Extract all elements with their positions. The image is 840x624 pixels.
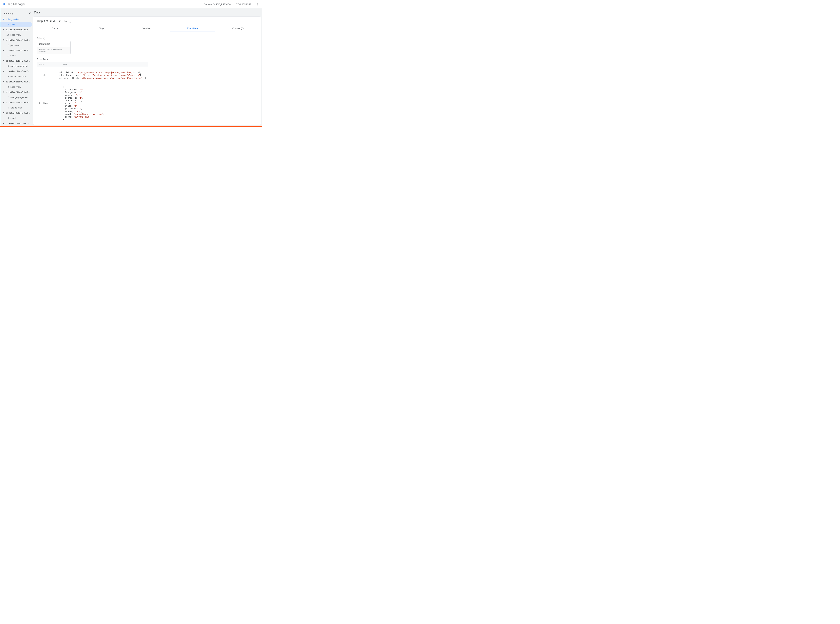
- caret-down-icon: [3, 122, 5, 125]
- product-name: Tag Manager: [8, 3, 25, 6]
- sidebar-item[interactable]: 11scroll: [0, 53, 32, 58]
- caret-down-icon: [3, 18, 5, 20]
- output-card: Output of GTM-PF2RC57 ? Request Tags Var…: [33, 17, 261, 125]
- caret-down-icon: [3, 80, 5, 83]
- svg-marker-12: [3, 81, 5, 82]
- sidebar-group[interactable]: collect?v=2&tid=G-WJ5CL...: [0, 58, 33, 63]
- version-label: Version: QUICK_PREVIEW: [204, 3, 231, 6]
- client-section-title: Client: [37, 37, 42, 39]
- table-row[interactable]: billing { first_name: "z", last_name: "z…: [37, 84, 148, 123]
- help-icon[interactable]: ?: [43, 37, 46, 39]
- sidebar-group[interactable]: collect?v=2&tid=G-WJ5CL...: [0, 110, 33, 116]
- sidebar-item[interactable]: 5scroll: [0, 116, 32, 121]
- caret-down-icon: [3, 91, 5, 93]
- caret-down-icon: [3, 112, 5, 114]
- sidebar-item[interactable]: 6add_to_cart: [0, 105, 32, 110]
- sidebar-item[interactable]: 12purchase: [0, 43, 32, 48]
- sidebar-item[interactable]: 4page_view: [0, 126, 32, 126]
- svg-marker-14: [3, 102, 5, 103]
- client-card[interactable]: Data Client Request Data to Event Data -…: [37, 41, 71, 54]
- tab-console[interactable]: Console (0): [215, 25, 261, 32]
- more-menu-icon[interactable]: [256, 2, 260, 6]
- svg-point-3: [258, 3, 258, 4]
- top-bar: Tag Manager Version: QUICK_PREVIEW GTM-P…: [0, 0, 262, 8]
- svg-point-5: [258, 5, 258, 5]
- caret-down-icon: [3, 101, 5, 104]
- sidebar-item[interactable]: 7user_engagement: [0, 95, 32, 100]
- svg-marker-9: [3, 50, 5, 51]
- sidebar-group[interactable]: collect?v=2&tid=G-WJ5CL...: [0, 37, 33, 43]
- column-header-name: Name: [37, 62, 61, 66]
- gtm-logo-icon: [2, 3, 6, 6]
- sidebar-group[interactable]: collect?v=2&tid=G-WJ5CL...: [0, 27, 33, 32]
- caret-down-icon: [3, 49, 5, 52]
- tab-event-data[interactable]: Event Data: [170, 25, 215, 32]
- svg-point-2: [4, 5, 5, 6]
- table-row[interactable]: cart_hash "7915ac688a74a73d1e27dcd4f0895…: [37, 123, 148, 125]
- caret-down-icon: [3, 70, 5, 73]
- svg-marker-7: [3, 29, 5, 30]
- sidebar-group[interactable]: collect?v=2&tid=G-WJ5CL...: [0, 121, 33, 126]
- help-icon[interactable]: ?: [69, 20, 71, 23]
- svg-marker-11: [3, 71, 5, 72]
- sidebar-group[interactable]: collect?v=2&tid=G-WJ5CL...: [0, 90, 33, 95]
- page-title: Data: [33, 8, 262, 17]
- svg-point-4: [258, 4, 258, 5]
- sidebar-group-order-created[interactable]: order_created: [0, 17, 33, 22]
- caret-down-icon: [3, 60, 5, 62]
- svg-marker-6: [3, 19, 5, 20]
- client-card-title: Data Client: [37, 41, 70, 47]
- event-data-table: Name Value _links { self: [{href: "https…: [37, 62, 148, 125]
- svg-marker-10: [3, 60, 5, 61]
- sidebar-item[interactable]: 10user_engagement: [0, 63, 32, 69]
- tabs: Request Tags Variables Event Data Consol…: [33, 25, 261, 32]
- caret-down-icon: [3, 39, 5, 41]
- clear-icon[interactable]: [28, 12, 31, 15]
- event-data-section-title: Event Data: [37, 58, 48, 60]
- svg-marker-15: [3, 112, 5, 113]
- sidebar-group[interactable]: collect?v=2&tid=G-WJ5CL...: [0, 69, 33, 74]
- svg-marker-16: [3, 123, 5, 124]
- table-row[interactable]: _links { self: [{href: "https://wp-demo.…: [37, 67, 148, 84]
- column-header-value: Value: [61, 62, 148, 66]
- container-id-label: GTM-PF2RC57: [236, 3, 251, 6]
- sidebar-item[interactable]: 8page_view: [0, 84, 32, 90]
- sidebar-item-data[interactable]: 14 Data: [0, 22, 32, 27]
- sidebar-group[interactable]: collect?v=2&tid=G-WJ5CL...: [0, 79, 33, 84]
- sidebar-group[interactable]: collect?v=2&tid=G-WJ5CL...: [0, 100, 33, 105]
- sidebar-item[interactable]: 9begin_checkout: [0, 74, 32, 79]
- sidebar: Summary order_created 14 Data collect?v=…: [0, 8, 33, 126]
- caret-down-icon: [3, 28, 5, 31]
- card-title: Output of GTM-PF2RC57: [37, 20, 67, 23]
- tab-variables[interactable]: Variables: [124, 25, 170, 32]
- client-card-subtitle: Request Data to Event Data - Claimed: [37, 47, 70, 54]
- tab-request[interactable]: Request: [33, 25, 79, 32]
- sidebar-item[interactable]: 13page_view: [0, 32, 32, 37]
- main-panel: Data Output of GTM-PF2RC57 ? Request Tag…: [33, 8, 262, 126]
- svg-marker-13: [3, 91, 5, 93]
- summary-label[interactable]: Summary: [3, 12, 14, 15]
- svg-marker-8: [3, 39, 5, 40]
- sidebar-group[interactable]: collect?v=2&tid=G-WJ5CL...: [0, 48, 33, 53]
- tab-tags[interactable]: Tags: [79, 25, 124, 32]
